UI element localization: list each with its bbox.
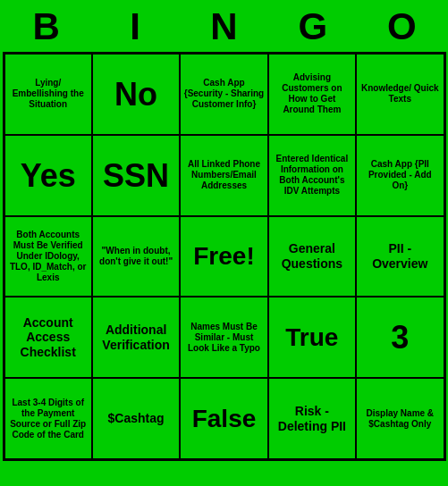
table-row: Knowledge/ Quick Texts [356, 54, 444, 135]
letter-o: O [362, 5, 441, 48]
table-row: Account Access Checklist [4, 297, 92, 378]
table-row: Yes [4, 135, 92, 216]
table-row: "When in doubt, don't give it out!" [92, 216, 180, 297]
letter-g: G [274, 5, 352, 48]
table-row: Free! [180, 216, 267, 297]
table-row: Additional Verification [92, 297, 180, 378]
table-row: True [268, 297, 356, 378]
table-row: PII - Overview [356, 216, 444, 297]
table-row: All Linked Phone Numbers/Email Addresses [180, 135, 267, 216]
table-row: 3 [356, 297, 444, 378]
table-row: SSN [92, 135, 180, 216]
table-row: Names Must Be Similar - Must Look Like a… [180, 297, 267, 378]
table-row: Entered Identical Information on Both Ac… [268, 135, 356, 216]
table-row: $Cashtag [92, 378, 180, 459]
table-row: Cash App {PII Provided - Add On} [356, 135, 444, 216]
table-row: False [180, 378, 267, 459]
table-row: Last 3-4 Digits of the Payment Source or… [4, 378, 92, 459]
letter-b: B [7, 5, 86, 48]
table-row: Risk - Deleting PII [268, 378, 356, 459]
letter-n: N [184, 5, 263, 48]
table-row: Advising Customers on How to Get Around … [268, 54, 356, 135]
bingo-header: B I N G O [0, 0, 448, 52]
table-row: General Questions [268, 216, 356, 297]
letter-i: I [96, 5, 174, 48]
table-row: Display Name & $Cashtag Only [356, 378, 444, 459]
table-row: No [92, 54, 180, 135]
table-row: Both Accounts Must Be Verified Under IDo… [4, 216, 92, 297]
table-row: Cash App {Security - Sharing Customer In… [180, 54, 267, 135]
bingo-grid: Lying/ Embellishing the SituationNoCash … [3, 52, 446, 461]
table-row: Lying/ Embellishing the Situation [4, 54, 92, 135]
